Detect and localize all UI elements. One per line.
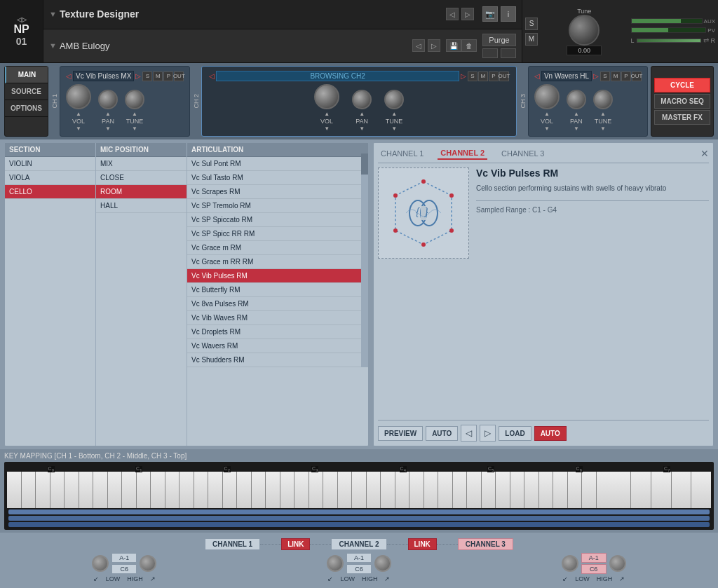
ch2-out-btn[interactable]: OUT [499, 71, 509, 81]
purge-btn[interactable]: Purge [482, 34, 515, 46]
load-btn[interactable]: LOAD [499, 426, 531, 441]
artic-scrapes[interactable]: Vc Scrapes RM [187, 185, 361, 199]
ch3-m-btn[interactable]: M [611, 71, 621, 81]
artic-vib-pulses[interactable]: Vc Vib Pulses RM [187, 269, 361, 283]
tab-options[interactable]: OPTIONS [5, 100, 48, 117]
preset-dropdown-arrow[interactable]: ▼ [49, 41, 57, 50]
artic-sp-spicc[interactable]: Vc SP Spiccato RM [187, 213, 361, 227]
ch2-low-input[interactable] [346, 553, 372, 563]
purge-small-2[interactable] [501, 48, 516, 58]
ch1-m-btn[interactable]: M [153, 71, 163, 81]
ch2-p-btn[interactable]: P [489, 71, 499, 81]
artic-sul-tasto[interactable]: Vc Sul Tasto RM [187, 171, 361, 185]
purge-small-1[interactable] [482, 48, 498, 58]
ch3-tune-knob[interactable] [593, 90, 613, 109]
cello-item[interactable]: CELLO [5, 185, 95, 199]
ch1-bottom-knob-right[interactable] [140, 555, 156, 572]
artic-shudders[interactable]: Vc Shudders RM [187, 353, 361, 367]
ch1-low-input[interactable] [111, 553, 137, 563]
ch2-pan-knob[interactable] [352, 90, 372, 109]
artic-grace-m-rr[interactable]: Vc Grace m RR RM [187, 255, 361, 269]
ch2-vol-knob[interactable] [314, 84, 339, 109]
ch1-vol-knob[interactable] [66, 84, 91, 109]
master-fx-btn[interactable]: MASTER FX [654, 110, 710, 125]
ch1-arrow-right[interactable]: ▷ [135, 72, 141, 80]
tab-channel-1[interactable]: CHANNEL 1 [378, 148, 426, 159]
prev-arrow-btn[interactable]: ◁ [461, 425, 477, 442]
ch3-p-btn[interactable]: P [621, 71, 631, 81]
ch1-high-input[interactable] [111, 564, 137, 574]
artic-droplets[interactable]: Vc Droplets RM [187, 325, 361, 339]
ch1-bottom-knob-left[interactable] [92, 555, 109, 572]
ch3-bottom-knob-right[interactable] [609, 555, 626, 572]
macro-seq-btn[interactable]: MACRO SEQ [654, 94, 710, 109]
hall-item[interactable]: HALL [96, 199, 187, 213]
ch2-bottom-knob-left[interactable] [327, 555, 344, 572]
ch3-bottom-knob-left[interactable] [562, 555, 578, 572]
cycle-btn[interactable]: CYCLE [654, 78, 710, 93]
close-item[interactable]: CLOSE [96, 171, 187, 185]
artic-8va-pulses[interactable]: Vc 8va Pulses RM [187, 297, 361, 311]
artic-wavers[interactable]: Vc Wavers RM [187, 339, 361, 353]
prev-subpreset-btn[interactable]: ◁ [412, 39, 425, 52]
room-item[interactable]: ROOM [96, 185, 187, 199]
camera-btn[interactable]: 📷 [482, 6, 498, 22]
ch1-out-btn[interactable]: OUT [174, 71, 184, 81]
channel2-label-btn[interactable]: CHANNEL 2 [331, 538, 386, 550]
next-preset-btn[interactable]: ▷ [461, 8, 474, 20]
ch1-p-btn[interactable]: P [163, 71, 173, 81]
tune-knob[interactable] [569, 15, 600, 46]
s-button[interactable]: S [525, 18, 538, 30]
channel1-label-btn[interactable]: CHANNEL 1 [205, 538, 260, 550]
ch2-s-btn[interactable]: S [468, 71, 477, 81]
artic-butterfly[interactable]: Vc Butterfly RM [187, 283, 361, 297]
save-btn[interactable]: 💾 [446, 39, 461, 52]
artic-grace-m[interactable]: Vc Grace m RM [187, 241, 361, 255]
ch3-out-btn[interactable]: OUT [632, 71, 642, 81]
ch3-arrow-right[interactable]: ▷ [593, 72, 599, 80]
artic-vib-waves[interactable]: Vc Vib Waves RM [187, 311, 361, 325]
auto-btn-2[interactable]: AUTO [534, 426, 567, 441]
ch3-high-input[interactable] [581, 564, 607, 574]
ch3-arrow-left[interactable]: ◁ [534, 72, 540, 80]
link-btn-1[interactable]: LINK [281, 538, 310, 550]
viola-item[interactable]: VIOLA [5, 171, 95, 185]
info-btn[interactable]: i [501, 6, 516, 22]
tab-source[interactable]: SOURCE [5, 83, 48, 100]
ch2-arrow-left[interactable]: ◁ [209, 72, 215, 80]
artic-sp-trem[interactable]: Vc SP Tremolo RM [187, 199, 361, 213]
m-button[interactable]: M [525, 33, 538, 46]
ch1-s-btn[interactable]: S [142, 71, 152, 81]
ch2-bottom-knob-right[interactable] [374, 555, 391, 572]
prev-preset-btn[interactable]: ◁ [446, 8, 459, 20]
delete-btn[interactable]: 🗑 [461, 39, 477, 52]
close-panel-btn[interactable]: ✕ [700, 148, 709, 159]
ch3-vol-knob[interactable] [534, 84, 560, 109]
tab-channel-3[interactable]: CHANNEL 3 [499, 148, 547, 159]
tab-main[interactable]: MAIN [5, 67, 48, 83]
dropdown-arrow[interactable]: ▼ [49, 10, 57, 18]
ch1-arrow-left[interactable]: ◁ [66, 72, 72, 80]
tab-channel-2[interactable]: CHANNEL 2 [438, 147, 487, 160]
ch3-low-input[interactable] [581, 553, 607, 563]
artic-sul-pont[interactable]: Vc Sul Pont RM [187, 157, 361, 171]
preview-btn[interactable]: PREVIEW [378, 426, 423, 441]
lr-slider-bar[interactable] [637, 39, 701, 43]
violin-item[interactable]: VIOLIN [5, 157, 95, 171]
mix-item[interactable]: MIX [96, 157, 187, 171]
lr-arrows[interactable]: ⇄ [703, 36, 709, 44]
next-subpreset-btn[interactable]: ▷ [428, 39, 440, 52]
ch2-high-input[interactable] [346, 564, 372, 574]
ch1-tune-knob[interactable] [125, 90, 144, 109]
artic-sp-spicc-rr[interactable]: Vc SP Spicc RR RM [187, 227, 361, 241]
next-arrow-btn[interactable]: ▷ [480, 425, 496, 442]
ch2-arrow-right[interactable]: ▷ [461, 72, 466, 80]
artic-scrollbar[interactable] [361, 157, 368, 367]
ch2-tune-knob[interactable] [384, 90, 404, 109]
link-btn-2[interactable]: LINK [408, 538, 437, 550]
ch3-s-btn[interactable]: S [600, 71, 610, 81]
channel3-label-btn[interactable]: CHANNEL 3 [458, 538, 513, 550]
ch1-pan-knob[interactable] [98, 90, 118, 109]
ch3-pan-knob[interactable] [567, 90, 586, 109]
auto-btn-1[interactable]: AUTO [426, 426, 458, 441]
